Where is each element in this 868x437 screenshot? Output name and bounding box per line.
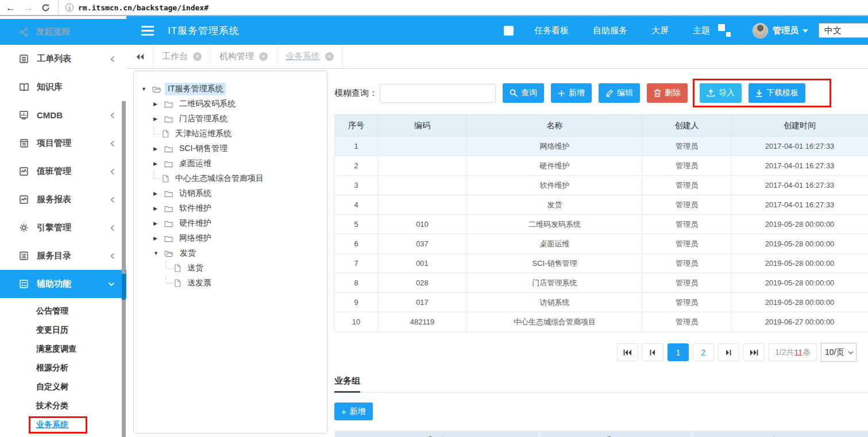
tree-node[interactable]: ▶ 网络维护 <box>134 231 327 246</box>
tree-node[interactable]: ▶ 二维码发码系统 <box>134 96 327 111</box>
tab-close-icon[interactable]: × <box>193 52 202 61</box>
tree-node[interactable]: 中心生态城综合管廊项目 <box>134 171 327 186</box>
import-button[interactable]: 导入 <box>700 83 742 103</box>
tree-node[interactable]: ▶ 访销系统 <box>134 186 327 201</box>
pagination-first-button[interactable] <box>617 343 638 361</box>
tree-node-label[interactable]: 天津站运维系统 <box>172 127 234 140</box>
tree-node[interactable]: ▶ SCI-销售管理 <box>134 141 327 156</box>
header-nav-task-board[interactable]: 任务看板 <box>534 25 569 36</box>
sidebar-subitem-root-cause-analysis[interactable]: 根源分析 <box>0 358 126 377</box>
launch-process-button[interactable]: 发起流程 <box>0 19 126 45</box>
user-dropdown-caret-icon[interactable] <box>803 29 808 33</box>
username-label[interactable]: 管理员 <box>773 25 798 36</box>
collapse-tabs-icon[interactable] <box>126 45 153 68</box>
tree-node-label[interactable]: 送货 <box>184 262 206 274</box>
kanban-board-icon[interactable] <box>504 26 514 36</box>
fuzzy-search-input[interactable] <box>380 84 496 103</box>
sidebar-item-service-catalog[interactable]: 服务目录 <box>0 242 126 270</box>
tree-node-label[interactable]: 网络维护 <box>176 232 214 245</box>
group-add-button[interactable]: + 新增 <box>334 403 373 420</box>
table-row[interactable]: 2硬件维护管理员2017-04-01 16:27:33 <box>335 156 868 176</box>
sidebar-subitem-custom-tree[interactable]: 自定义树 <box>0 377 126 396</box>
header-nav-theme[interactable]: 主题 <box>693 25 710 36</box>
tree-collapse-arrow[interactable]: ▼ <box>141 86 151 92</box>
header-nav-self-service[interactable]: 自助服务 <box>593 25 627 36</box>
tree-node-label[interactable]: 软件维护 <box>176 202 214 215</box>
sidebar-subitem-change-calendar[interactable]: 变更日历 <box>0 320 126 339</box>
table-row[interactable]: 9017访销系统管理员2019-05-28 00:00:00 <box>335 293 868 312</box>
table-row[interactable]: 6037桌面运维管理员2019-05-28 00:00:00 <box>335 234 868 254</box>
sidebar-subitem-announcement-mgmt[interactable]: 公告管理 <box>0 301 126 320</box>
tree-expand-arrow[interactable]: ▶ <box>153 221 163 226</box>
tree-expand-arrow[interactable]: ▶ <box>153 206 163 211</box>
sidebar-subitem-tech-category[interactable]: 技术分类 <box>0 396 126 415</box>
table-row[interactable]: 4发货管理员2017-04-01 16:27:33 <box>335 195 868 215</box>
tab-close-icon[interactable]: × <box>259 52 268 61</box>
tree-expand-arrow[interactable]: ▶ <box>153 101 163 107</box>
table-row[interactable]: 8028门店管理系统管理员2019-05-28 00:00:00 <box>335 273 868 293</box>
pagination-page-2[interactable]: 2 <box>693 343 714 361</box>
tab-business-system[interactable]: 业务系统 × <box>277 45 343 68</box>
tab-workbench[interactable]: 工作台 × <box>153 45 211 68</box>
sidebar-subitem-satisfaction-survey[interactable]: 满意度调查 <box>0 339 126 358</box>
address-bar[interactable]: i rm.itsmcn.cn/backstage/index# <box>58 0 209 15</box>
sidebar-item-project-mgmt[interactable]: 项目管理 <box>0 129 126 157</box>
tree-node-label[interactable]: IT服务管理系统 <box>165 83 226 95</box>
pagination-next-button[interactable] <box>718 343 739 361</box>
sidebar-item-aux-functions[interactable]: 辅助功能 <box>0 270 126 298</box>
sidebar-subitem-business-system[interactable]: 业务系统 <box>0 415 126 434</box>
tree-node[interactable]: 送货 <box>134 261 327 276</box>
tree-expand-arrow[interactable]: ▶ <box>153 191 163 196</box>
tree-node[interactable]: ▶ 门店管理系统 <box>134 111 327 126</box>
tree-node-label[interactable]: 二维码发码系统 <box>176 98 238 110</box>
tree-expand-arrow[interactable]: ▶ <box>153 146 163 152</box>
sidebar-item-service-report[interactable]: 服务报表 <box>0 185 126 214</box>
tab-org-mgmt[interactable]: 机构管理 × <box>211 45 277 68</box>
browser-back-button[interactable]: ← <box>6 3 16 13</box>
table-row[interactable]: 3软件维护管理员2017-04-01 16:27:33 <box>335 176 868 195</box>
tree-node[interactable]: 天津站运维系统 <box>134 126 327 141</box>
hamburger-menu-icon[interactable] <box>141 26 154 36</box>
table-row[interactable]: 10482119中心生态城综合管廊项目管理员2019-06-27 00:00:0… <box>335 312 868 332</box>
page-info-icon[interactable]: i <box>65 3 74 11</box>
language-select[interactable]: 中文 <box>819 23 868 38</box>
tree-node[interactable]: ▶ 硬件维护 <box>134 216 327 231</box>
sidebar-item-duty-mgmt[interactable]: 值班管理 <box>0 157 126 185</box>
table-row[interactable]: 7001SCI-销售管理管理员2019-05-28 00:00:00 <box>335 254 868 273</box>
theme-switcher-icon[interactable] <box>718 24 731 37</box>
tree-node-label[interactable]: 发货 <box>177 247 199 260</box>
tree-expand-arrow[interactable]: ▶ <box>153 116 163 122</box>
sidebar-item-work-order-list[interactable]: 工单列表 <box>0 45 126 73</box>
edit-button[interactable]: 编辑 <box>599 83 640 103</box>
delete-button[interactable]: 删除 <box>647 83 688 103</box>
tree-node[interactable]: 送发票 <box>134 276 327 291</box>
add-button[interactable]: 新增 <box>551 83 592 103</box>
tree-expand-arrow[interactable]: ▶ <box>153 161 163 167</box>
pagination-page-1[interactable]: 1 <box>668 343 689 361</box>
browser-reload-button[interactable] <box>41 3 50 12</box>
pagination-prev-button[interactable] <box>642 343 663 361</box>
tree-node-label[interactable]: 门店管理系统 <box>176 113 230 125</box>
sidebar-scrollbar[interactable] <box>122 101 126 437</box>
tree-collapse-arrow[interactable]: ▼ <box>153 250 163 256</box>
tree-node[interactable]: ▼ 发货 <box>134 246 327 261</box>
sidebar-item-cmdb[interactable]: CMDB <box>0 101 126 129</box>
tree-expand-arrow[interactable]: ▶ <box>153 235 163 241</box>
sidebar-item-engine-mgmt[interactable]: 引擎管理 <box>0 214 126 242</box>
tree-node-label[interactable]: 硬件维护 <box>176 217 214 230</box>
page-size-select[interactable]: 10/页 <box>821 343 857 362</box>
query-button[interactable]: 查询 <box>503 83 544 103</box>
tree-node[interactable]: ▶ 桌面运维 <box>134 156 327 171</box>
tree-node-label[interactable]: 访销系统 <box>176 187 214 200</box>
pagination-last-button[interactable] <box>743 343 765 361</box>
sidebar-item-knowledge-base[interactable]: 知识库 <box>0 73 126 101</box>
tree-node-label[interactable]: SCI-销售管理 <box>176 142 230 155</box>
tree-node-label[interactable]: 桌面运维 <box>176 157 214 170</box>
table-row[interactable]: 5010二维码发码系统管理员2019-05-28 00:00:00 <box>335 215 868 234</box>
header-nav-big-screen[interactable]: 大屏 <box>651 25 669 36</box>
tree-node-label[interactable]: 送发票 <box>184 277 214 289</box>
tree-node-label[interactable]: 中心生态城综合管廊项目 <box>172 172 267 185</box>
download-template-button[interactable]: 下载模板 <box>749 83 805 103</box>
tree-node[interactable]: ▼ IT服务管理系统 <box>134 82 327 96</box>
tree-node[interactable]: ▶ 软件维护 <box>134 201 327 216</box>
